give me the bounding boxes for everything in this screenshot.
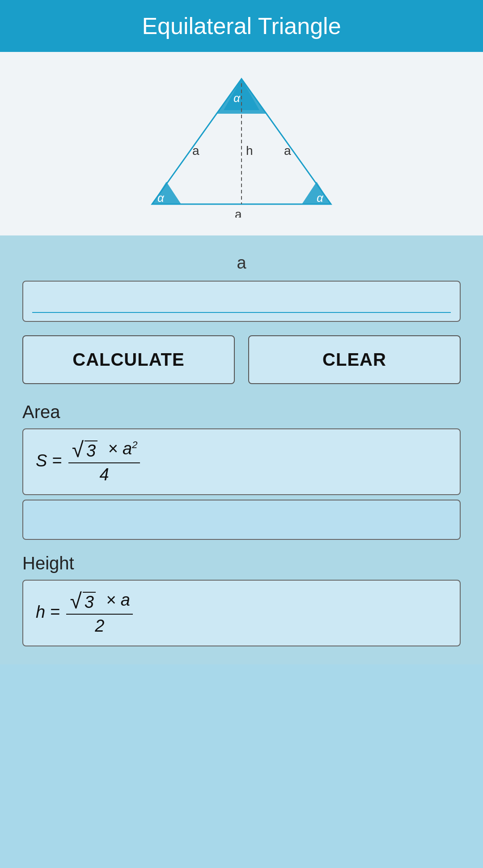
input-label: a [22, 253, 461, 273]
height-numerator: √ 3 × a [66, 590, 133, 615]
sqrt-symbol: √ [72, 439, 84, 461]
bottom-side-label: a [235, 207, 242, 218]
diagram-section: a a a h α α α [0, 52, 483, 235]
sqrt3-wrapper: √ 3 [72, 439, 97, 461]
triangle-diagram: a a a h α α α [130, 65, 353, 218]
sqrt3-h-wrapper: √ 3 [70, 590, 95, 612]
height-label: h [246, 144, 253, 158]
page-title: Equilateral Triangle [9, 13, 474, 39]
right-side-label: a [284, 144, 291, 158]
height-denominator: 2 [92, 615, 107, 636]
area-result-box [22, 500, 461, 540]
area-formula: S = √ 3 × a2 4 [36, 451, 142, 470]
height-formula: h = √ 3 × a 2 [36, 603, 135, 621]
sqrt-symbol-h: √ [70, 590, 81, 612]
clear-button[interactable]: CLEAR [248, 335, 461, 384]
calculator-section: a CALCULATE CLEAR Area S = √ 3 × a2 4 [0, 235, 483, 664]
area-denominator: 4 [97, 463, 111, 484]
bottom-left-angle-label: α [157, 191, 165, 205]
height-formula-box: h = √ 3 × a 2 [22, 580, 461, 646]
area-label: Area [22, 402, 461, 422]
input-container [22, 281, 461, 322]
app-header: Equilateral Triangle [0, 0, 483, 52]
bottom-left-corner [152, 182, 181, 204]
side-a-input[interactable] [32, 290, 451, 313]
sqrt-content: 3 [85, 440, 97, 461]
button-row: CALCULATE CLEAR [22, 335, 461, 384]
area-formula-box: S = √ 3 × a2 4 [22, 428, 461, 495]
left-side-label: a [192, 144, 199, 158]
area-numerator: √ 3 × a2 [68, 439, 140, 463]
height-label: Height [22, 553, 461, 573]
calculate-button[interactable]: CALCULATE [22, 335, 235, 384]
sqrt-content-h: 3 [83, 592, 96, 612]
area-fraction: √ 3 × a2 4 [68, 439, 140, 484]
height-fraction: √ 3 × a 2 [66, 590, 133, 636]
top-angle-label: α [233, 91, 241, 105]
bottom-right-angle-label: α [317, 191, 324, 205]
